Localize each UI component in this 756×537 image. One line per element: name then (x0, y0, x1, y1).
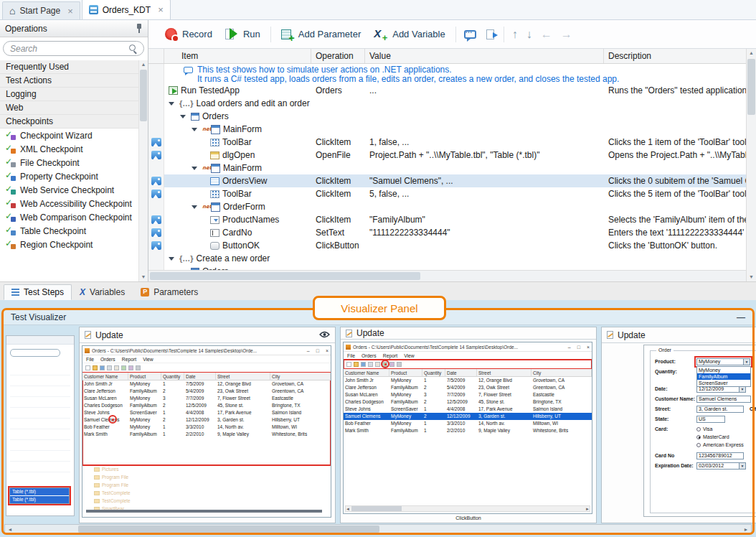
test-step-row-orders[interactable]: Orders (148, 110, 746, 123)
table-checkpoint-icon (5, 226, 16, 235)
operation-item-file-checkpoint[interactable]: File Checkpoint (0, 156, 138, 169)
category-logging[interactable]: Logging (0, 88, 138, 101)
category-checkpoints[interactable]: Checkpoints (0, 115, 138, 129)
pin-icon[interactable] (136, 24, 143, 33)
row-gutter (148, 239, 164, 252)
folder-icon (94, 467, 100, 472)
steps-vertical-scrollbar[interactable]: ▲ ▼ (746, 49, 756, 281)
operation-item-table-checkpoint[interactable]: Table Checkpoint (0, 224, 138, 238)
expand-arrow-icon[interactable] (169, 257, 174, 261)
visualizer-thumbnail-1[interactable]: Update Orders - C:\Users\Public\Document… (79, 327, 336, 523)
visualizer-thumbnail-partial[interactable]: Table (*.tbl)Table (*.tbl) (6, 335, 75, 516)
toolbar-icon (361, 362, 366, 367)
radio-label: MasterCard (703, 434, 729, 439)
test-step-row-cardno[interactable]: CardNoSetText"1111222233334444"Enters th… (148, 226, 746, 239)
cell: 3 (422, 391, 445, 398)
test-step-row-toolbar[interactable]: ToolBarClickItem5, false, ...Clicks the … (148, 187, 746, 200)
test-step-row-buttonok[interactable]: ButtonOKClickButtonClicks the 'ButtonOK'… (148, 239, 746, 252)
scroll-up-icon[interactable]: ▲ (139, 60, 148, 69)
operation-item-property-checkpoint[interactable]: Property Checkpoint (0, 169, 138, 183)
category-web[interactable]: Web (0, 101, 138, 115)
operation-item-web-comparison-checkpoint[interactable]: Web Comparison Checkpoint (0, 210, 138, 224)
move-down-icon[interactable]: ↓ (522, 28, 537, 41)
visualizer-thumbnail-2[interactable]: Update Orders - C:\Users\Public\Document… (340, 327, 597, 523)
visualizer-scrollbar[interactable]: ◄ ► (4, 524, 752, 534)
visualizer-thumbnail-3[interactable]: Update OrderProduct:MyMoney▼MyMoneyFamil… (601, 327, 756, 523)
cell: MyMoney (128, 416, 161, 424)
test-step-row-load-orders-and-edit-an-order[interactable]: Load orders and edit an order (148, 97, 746, 110)
menu-item-report: Report (383, 353, 397, 358)
scroll-down-icon[interactable]: ▼ (139, 273, 148, 281)
scroll-right-icon[interactable]: ► (741, 527, 751, 532)
cell: 9, Maple Valley (216, 431, 270, 438)
tab-parameters[interactable]: Parameters (133, 284, 206, 300)
scroll-left-icon[interactable]: ◄ (5, 527, 15, 532)
move-up-icon[interactable]: ↑ (508, 28, 522, 41)
comment-icon[interactable] (464, 30, 476, 39)
operation-item-checkpoint-wizard[interactable]: Checkpoint Wizard (0, 129, 138, 142)
operation-item-xml-checkpoint[interactable]: XML Checkpoint (0, 142, 138, 156)
orders-grid-header: Customer NameProductQuantityDateStreetCi… (82, 373, 331, 380)
tab-start-page[interactable]: ⌂Start Page× (2, 1, 80, 19)
step-item-cell: MainForm (164, 124, 311, 134)
cell: Steve Johns (82, 409, 128, 416)
column-header-customer-name: Customer Name (344, 369, 389, 377)
category-frequently-used[interactable]: Frequently Used (0, 60, 138, 74)
operations-scrollbar[interactable]: ▲ ▼ (138, 60, 148, 281)
scrollbar-thumb[interactable] (140, 70, 147, 121)
search-input[interactable]: Search (3, 41, 144, 56)
orders-grid-row: Susan McLarenMyMoney37/7/20097, Flower S… (344, 391, 592, 398)
steps-horizontal-scrollbar[interactable] (148, 270, 746, 281)
minimize-panel-button[interactable]: — (737, 312, 745, 322)
expand-arrow-icon[interactable] (180, 115, 186, 118)
test-step-row-dlgopen[interactable]: dlgOpenOpenFileProject.Path + "..\\MyTab… (148, 149, 746, 162)
cell: 1 (161, 409, 184, 416)
add-variable-label: Add Variable (392, 29, 445, 39)
run-selected-icon[interactable] (486, 29, 494, 39)
move-left-icon[interactable]: ← (537, 28, 557, 41)
operation-item-web-accessibility-checkpoint[interactable]: Web Accessibility Checkpoint (0, 197, 138, 210)
test-step-row-ordersview[interactable]: OrdersViewClickItem"Samuel Clemens", ...… (148, 174, 746, 187)
category-test-actions[interactable]: Test Actions (0, 74, 138, 88)
add-parameter-button[interactable]: Add Parameter (275, 24, 367, 45)
cell: Whitestone, Brits (531, 427, 592, 434)
order-form-window: OrderProduct:MyMoney▼MyMoneyFamilyAlbumS… (643, 345, 756, 517)
toolbar-icon (368, 362, 373, 367)
test-step-row-create-a-new-order[interactable]: Create a new order (148, 252, 746, 265)
tab-variables[interactable]: Variables (72, 284, 133, 300)
test-step-row-toolbar[interactable]: ToolBarClickItem1, false, ...Clicks the … (148, 136, 746, 149)
add-variable-button[interactable]: Add Variable (367, 24, 451, 45)
menu-item-file: File (347, 353, 355, 358)
test-step-row-comment[interactable]: This test shows how to simulate user act… (148, 64, 746, 84)
test-step-row-run-testedapp[interactable]: Run TestedAppOrders...Runs the "Orders" … (148, 84, 746, 97)
comment-line: This test shows how to simulate user act… (197, 65, 619, 75)
test-step-row-mainform[interactable]: MainForm (148, 162, 746, 174)
operation-item-region-checkpoint[interactable]: Region Checkpoint (0, 238, 138, 251)
tab-orders-kdt[interactable]: Orders_KDT× (82, 0, 171, 19)
eye-icon[interactable] (319, 330, 330, 340)
record-button[interactable]: Record (159, 24, 219, 45)
scrollbar-thumb[interactable] (150, 272, 420, 280)
scrollbar-thumb[interactable] (78, 526, 379, 533)
move-right-icon[interactable]: → (557, 28, 577, 41)
scroll-up-icon[interactable]: ▲ (747, 49, 756, 57)
scrollbar-track[interactable] (15, 525, 741, 533)
tab-test-steps[interactable]: Test Steps (4, 284, 72, 300)
orders-grid-row: Bob FeatherMyMoney13/3/201014, North av.… (82, 424, 331, 431)
test-step-row-orders[interactable]: Orders (148, 265, 746, 270)
expand-arrow-icon[interactable] (192, 205, 197, 209)
test-step-row-productnames[interactable]: ProductNamesClickItem"FamilyAlbum"Select… (148, 213, 746, 226)
expand-arrow-icon[interactable] (192, 167, 197, 170)
orders-grid-row: Charles DodgesonFamilyAlbum212/5/200945,… (82, 402, 331, 409)
operation-item-web-service-checkpoint[interactable]: Web Service Checkpoint (0, 183, 138, 197)
run-button[interactable]: Run (219, 24, 267, 45)
test-step-row-orderform[interactable]: OrderForm (148, 200, 746, 213)
close-tab-icon[interactable]: × (67, 6, 73, 17)
close-tab-icon[interactable]: × (158, 4, 164, 15)
column-header-description: Description (604, 49, 746, 63)
expand-arrow-icon[interactable] (192, 128, 197, 131)
scrollbar-thumb[interactable] (747, 59, 755, 115)
scroll-down-icon[interactable]: ▼ (747, 273, 756, 281)
expand-arrow-icon[interactable] (169, 102, 174, 106)
test-step-row-mainform[interactable]: MainForm (148, 123, 746, 136)
